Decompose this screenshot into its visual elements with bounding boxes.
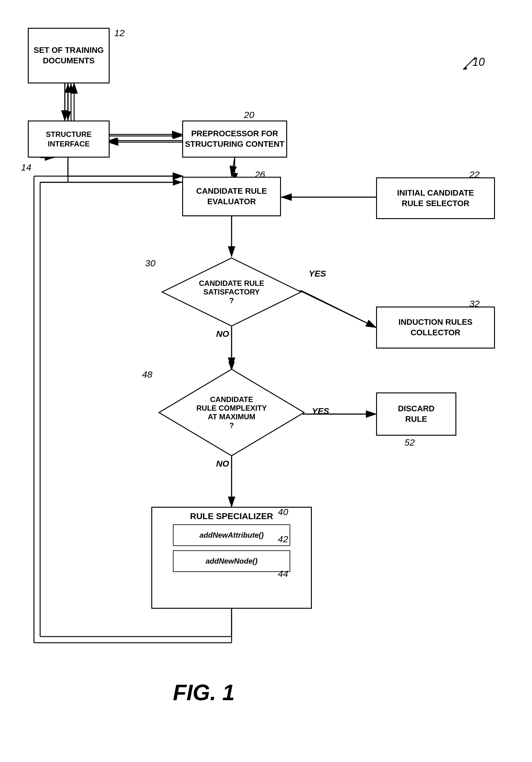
svg-marker-43 (463, 66, 467, 69)
ref-48: 48 (142, 369, 152, 380)
diagram: SET OF TRAINING DOCUMENTS 12 STRUCTURE I… (0, 0, 532, 762)
ref-30: 30 (145, 258, 155, 268)
svg-line-30 (232, 158, 235, 176)
structure-interface-box: STRUCTURE INTERFACE (28, 120, 109, 158)
no-label-2: NO (216, 459, 229, 469)
ref-12: 12 (114, 28, 124, 38)
add-new-attribute-box: addNewAttribute() (173, 524, 290, 546)
ref-22: 22 (469, 169, 480, 180)
diamond-satisfactory: CANDIDATE RULE SATISFACTORY ? (161, 257, 302, 328)
induction-rules-collector-box: INDUCTION RULES COLLECTOR (376, 307, 495, 348)
ref-14: 14 (21, 162, 31, 173)
ref-26: 26 (255, 169, 265, 180)
training-docs-box: SET OF TRAINING DOCUMENTS (28, 28, 109, 83)
diamond-complexity: CANDIDATE RULE COMPLEXITY AT MAXIMUM ? (158, 368, 306, 457)
no-label-1: NO (216, 329, 229, 339)
ref-20: 20 (244, 110, 254, 120)
yes-label-1: YES (309, 269, 326, 279)
candidate-rule-evaluator-box: CANDIDATE RULE EVALUATOR (182, 177, 281, 216)
ref-40: 40 (278, 507, 288, 517)
preprocessor-box: PREPROCESSOR FOR STRUCTURING CONTENT (182, 120, 287, 158)
ref-32: 32 (469, 298, 480, 309)
add-new-node-box: addNewNode() (173, 550, 290, 572)
fig-label: FIG. 1 (173, 680, 235, 705)
initial-candidate-rule-selector-box: INITIAL CANDIDATE RULE SELECTOR (376, 177, 495, 219)
svg-line-13 (299, 290, 376, 328)
rule-specializer-box: RULE SPECIALIZER addNewAttribute() addNe… (151, 507, 312, 609)
svg-line-33 (301, 290, 376, 328)
ref-52: 52 (405, 437, 415, 448)
ref-42: 42 (278, 534, 288, 545)
yes-label-2: YES (312, 406, 329, 416)
ref-44: 44 (278, 569, 288, 579)
discard-rule-box: DISCARD RULE (376, 392, 456, 436)
